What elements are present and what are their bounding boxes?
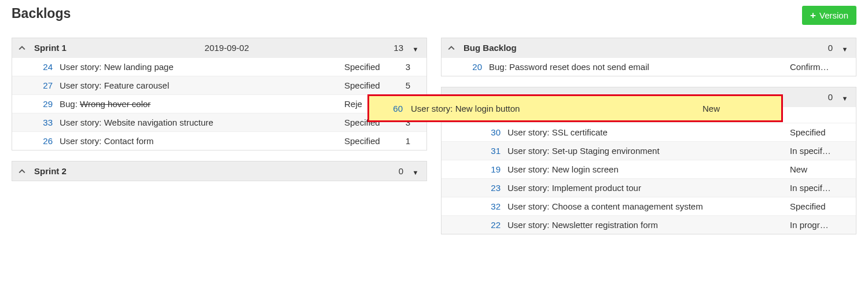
- work-item-title[interactable]: User story: New login screen: [507, 164, 790, 174]
- work-item-id[interactable]: 22: [475, 220, 507, 230]
- work-item-status: In progr…: [790, 220, 840, 230]
- work-item-status: Confirm…: [790, 62, 840, 72]
- work-item-id[interactable]: 24: [27, 62, 60, 72]
- dragging-work-item[interactable]: 60 User story: New login button New: [367, 94, 783, 122]
- table-row[interactable]: 27 User story: Feature carousel Specifie…: [12, 76, 426, 94]
- bug-backlog-title: Bug Backlog: [464, 43, 517, 53]
- add-version-label: Version: [819, 10, 848, 20]
- table-row[interactable]: 30 User story: SSL certificate Specified: [442, 123, 856, 141]
- work-item-title[interactable]: User story: Set-up Staging environment: [507, 146, 790, 156]
- left-column: Sprint 1 2019-09-02 13 ▼ 24 User story: …: [12, 38, 427, 245]
- work-item-points: 5: [394, 80, 410, 90]
- work-item-title[interactable]: User story: New landing page: [60, 62, 344, 72]
- dropdown-icon[interactable]: ▼: [410, 169, 421, 176]
- work-item-status: Specified: [790, 201, 840, 211]
- work-item-title[interactable]: User story: Website navigation structure: [60, 118, 344, 127]
- sprint-2-section: Sprint 2 0 ▼: [12, 161, 427, 181]
- table-row[interactable]: 19 User story: New login screen New: [442, 160, 856, 178]
- work-item-id[interactable]: 27: [27, 80, 60, 90]
- work-item-id[interactable]: 30: [475, 127, 507, 137]
- work-item-status: Specified: [344, 136, 394, 146]
- table-row[interactable]: 29 Bug: Wrong hover color Reje: [12, 94, 426, 113]
- work-item-id[interactable]: 20: [457, 62, 489, 72]
- dropdown-icon[interactable]: ▼: [840, 46, 850, 53]
- plus-icon: +: [810, 10, 816, 20]
- sprint-2-header[interactable]: Sprint 2 0 ▼: [12, 161, 426, 181]
- dropdown-icon[interactable]: ▼: [840, 95, 850, 102]
- product-backlog-body: 30 User story: SSL certificate Specified…: [442, 123, 856, 234]
- table-row[interactable]: 33 User story: Website navigation struct…: [12, 113, 426, 131]
- work-item-id[interactable]: 19: [475, 164, 507, 174]
- work-item-points: 1: [394, 136, 410, 146]
- bug-backlog-section: Bug Backlog 0 ▼ 20 Bug: Password reset d…: [441, 38, 856, 76]
- sprint-1-date: 2019-09-02: [73, 43, 380, 53]
- work-item-status: Specified: [344, 62, 394, 72]
- work-item-status: In specif…: [790, 183, 840, 193]
- work-item-status: New: [790, 164, 840, 174]
- table-row[interactable]: 22 User story: Newsletter registration f…: [442, 215, 856, 234]
- sprint-2-points: 0: [387, 166, 403, 176]
- table-row[interactable]: 26 User story: Contact form Specified 1: [12, 131, 426, 150]
- table-row[interactable]: 23 User story: Implement product tour In…: [442, 178, 856, 197]
- work-item-id[interactable]: 31: [475, 146, 507, 156]
- work-item-title[interactable]: Bug: Password reset does not send email: [489, 62, 790, 72]
- bug-backlog-body: 20 Bug: Password reset does not send ema…: [442, 57, 856, 76]
- chevron-up-icon: [17, 45, 27, 52]
- work-item-id[interactable]: 32: [475, 201, 507, 211]
- right-column: Bug Backlog 0 ▼ 20 Bug: Password reset d…: [441, 38, 856, 245]
- work-item-title[interactable]: User story: Implement product tour: [507, 183, 790, 193]
- sprint-2-title: Sprint 2: [34, 166, 67, 176]
- work-item-id: 60: [369, 104, 411, 113]
- work-item-status: Specified: [344, 80, 394, 90]
- add-version-button[interactable]: + Version: [802, 6, 856, 25]
- table-row[interactable]: 20 Bug: Password reset does not send ema…: [442, 57, 856, 76]
- work-item-status: Specified: [790, 127, 840, 137]
- chevron-up-icon: [17, 168, 27, 175]
- table-row[interactable]: 24 User story: New landing page Specifie…: [12, 57, 426, 76]
- work-item-status: New: [703, 104, 772, 113]
- table-row[interactable]: 31 User story: Set-up Staging environmen…: [442, 141, 856, 160]
- work-item-status: In specif…: [790, 146, 840, 156]
- work-item-title[interactable]: User story: Newsletter registration form: [507, 220, 790, 230]
- bug-backlog-points: 0: [816, 43, 833, 53]
- work-item-id[interactable]: 29: [27, 99, 60, 109]
- work-item-title[interactable]: Bug: Wrong hover color: [60, 99, 344, 109]
- work-item-title[interactable]: User story: Choose a content management …: [507, 201, 790, 211]
- work-item-title: User story: New login button: [411, 104, 703, 113]
- work-item-id[interactable]: 33: [27, 118, 60, 127]
- sprint-1-header[interactable]: Sprint 1 2019-09-02 13 ▼: [12, 38, 426, 57]
- work-item-id[interactable]: 23: [475, 183, 507, 193]
- chevron-up-icon: [446, 45, 457, 52]
- work-item-id[interactable]: 26: [27, 136, 60, 146]
- sprint-1-body: 24 User story: New landing page Specifie…: [12, 57, 426, 150]
- table-row[interactable]: 32 User story: Choose a content manageme…: [442, 197, 856, 215]
- product-backlog-points: 0: [816, 92, 833, 102]
- sprint-1-points: 13: [387, 43, 403, 53]
- bug-backlog-header[interactable]: Bug Backlog 0 ▼: [442, 38, 856, 57]
- page-title: Backlogs: [12, 6, 71, 21]
- dropdown-icon[interactable]: ▼: [410, 46, 421, 53]
- work-item-title[interactable]: User story: Feature carousel: [60, 80, 344, 90]
- work-item-points: 3: [394, 62, 410, 72]
- work-item-title[interactable]: User story: Contact form: [60, 136, 344, 146]
- sprint-1-section: Sprint 1 2019-09-02 13 ▼ 24 User story: …: [12, 38, 427, 150]
- work-item-title[interactable]: User story: SSL certificate: [507, 127, 790, 137]
- sprint-1-title: Sprint 1: [34, 43, 67, 53]
